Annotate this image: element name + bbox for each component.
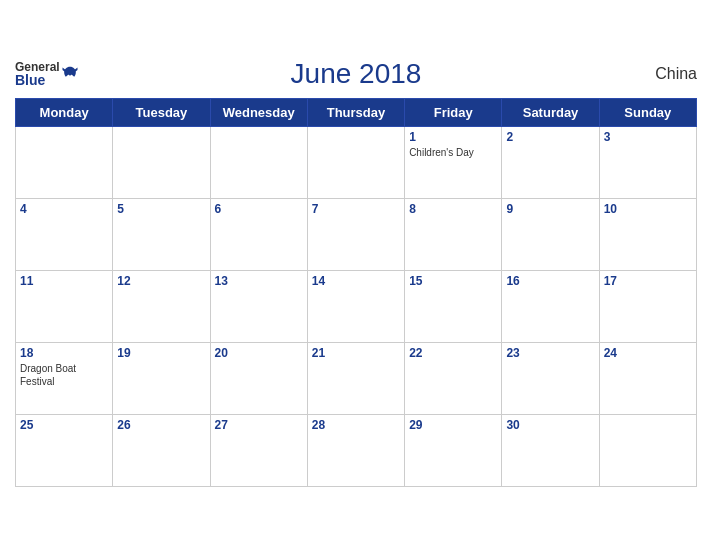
week-row-5: 252627282930 (16, 415, 697, 487)
day-cell-2-6: 17 (599, 271, 696, 343)
day-number: 27 (215, 418, 303, 432)
header-sunday: Sunday (599, 99, 696, 127)
day-cell-1-2: 6 (210, 199, 307, 271)
day-number: 26 (117, 418, 205, 432)
day-event: Dragon Boat Festival (20, 362, 108, 388)
day-number: 17 (604, 274, 692, 288)
week-row-1: 1Children's Day23 (16, 127, 697, 199)
day-number: 25 (20, 418, 108, 432)
day-number: 2 (506, 130, 594, 144)
calendar-title: June 2018 (291, 58, 422, 90)
day-cell-4-4: 29 (405, 415, 502, 487)
day-number: 13 (215, 274, 303, 288)
day-cell-0-4: 1Children's Day (405, 127, 502, 199)
day-number: 9 (506, 202, 594, 216)
header-tuesday: Tuesday (113, 99, 210, 127)
day-number: 28 (312, 418, 400, 432)
day-number: 22 (409, 346, 497, 360)
calendar-header: General Blue June 2018 China (15, 58, 697, 90)
day-number: 21 (312, 346, 400, 360)
calendar-container: General Blue June 2018 China Monday Tues… (0, 48, 712, 502)
day-number: 30 (506, 418, 594, 432)
day-number: 6 (215, 202, 303, 216)
header-wednesday: Wednesday (210, 99, 307, 127)
day-cell-1-6: 10 (599, 199, 696, 271)
day-number: 8 (409, 202, 497, 216)
week-row-2: 45678910 (16, 199, 697, 271)
day-cell-0-0 (16, 127, 113, 199)
day-number: 29 (409, 418, 497, 432)
day-cell-1-5: 9 (502, 199, 599, 271)
day-cell-3-5: 23 (502, 343, 599, 415)
day-number: 1 (409, 130, 497, 144)
day-cell-2-2: 13 (210, 271, 307, 343)
day-number: 7 (312, 202, 400, 216)
day-number: 16 (506, 274, 594, 288)
day-number: 24 (604, 346, 692, 360)
day-number: 18 (20, 346, 108, 360)
logo-bird-icon (60, 65, 80, 85)
day-cell-2-4: 15 (405, 271, 502, 343)
day-cell-3-4: 22 (405, 343, 502, 415)
day-cell-0-2 (210, 127, 307, 199)
logo-blue-text: Blue (15, 73, 60, 87)
logo: General Blue (15, 61, 80, 87)
day-number: 5 (117, 202, 205, 216)
header-friday: Friday (405, 99, 502, 127)
day-cell-3-0: 18Dragon Boat Festival (16, 343, 113, 415)
day-number: 20 (215, 346, 303, 360)
day-cell-0-3 (307, 127, 404, 199)
header-monday: Monday (16, 99, 113, 127)
day-number: 12 (117, 274, 205, 288)
day-cell-3-2: 20 (210, 343, 307, 415)
day-cell-1-0: 4 (16, 199, 113, 271)
day-cell-2-1: 12 (113, 271, 210, 343)
weekday-header-row: Monday Tuesday Wednesday Thursday Friday… (16, 99, 697, 127)
day-cell-3-6: 24 (599, 343, 696, 415)
day-event: Children's Day (409, 146, 497, 159)
day-cell-4-5: 30 (502, 415, 599, 487)
day-number: 19 (117, 346, 205, 360)
day-cell-2-0: 11 (16, 271, 113, 343)
week-row-3: 11121314151617 (16, 271, 697, 343)
day-number: 14 (312, 274, 400, 288)
header-saturday: Saturday (502, 99, 599, 127)
day-cell-2-5: 16 (502, 271, 599, 343)
day-number: 10 (604, 202, 692, 216)
day-cell-0-1 (113, 127, 210, 199)
week-row-4: 18Dragon Boat Festival192021222324 (16, 343, 697, 415)
day-cell-4-6 (599, 415, 696, 487)
day-number: 3 (604, 130, 692, 144)
day-cell-1-1: 5 (113, 199, 210, 271)
day-cell-4-0: 25 (16, 415, 113, 487)
day-cell-1-4: 8 (405, 199, 502, 271)
day-number: 23 (506, 346, 594, 360)
day-cell-2-3: 14 (307, 271, 404, 343)
day-cell-0-6: 3 (599, 127, 696, 199)
day-cell-4-3: 28 (307, 415, 404, 487)
calendar-table: Monday Tuesday Wednesday Thursday Friday… (15, 98, 697, 487)
day-number: 11 (20, 274, 108, 288)
day-cell-1-3: 7 (307, 199, 404, 271)
day-cell-3-1: 19 (113, 343, 210, 415)
header-thursday: Thursday (307, 99, 404, 127)
day-number: 15 (409, 274, 497, 288)
day-cell-0-5: 2 (502, 127, 599, 199)
country-label: China (655, 65, 697, 83)
day-cell-4-2: 27 (210, 415, 307, 487)
day-cell-4-1: 26 (113, 415, 210, 487)
day-number: 4 (20, 202, 108, 216)
day-cell-3-3: 21 (307, 343, 404, 415)
